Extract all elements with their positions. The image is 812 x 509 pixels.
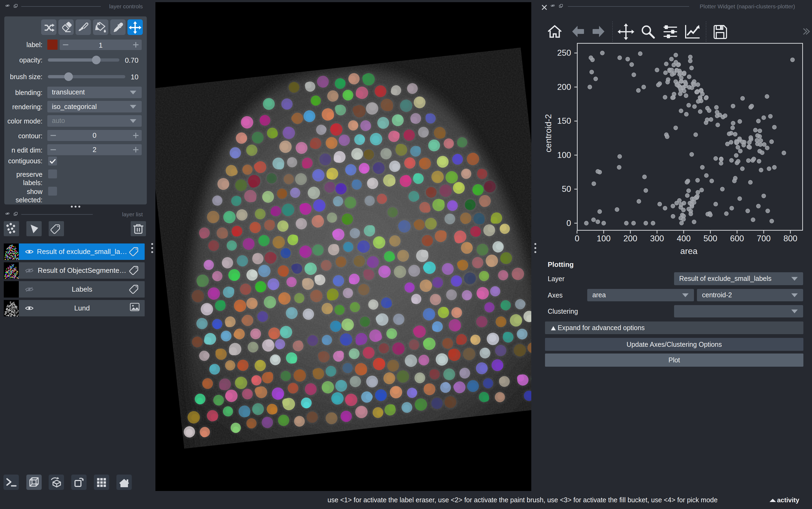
svg-text:100: 100: [557, 150, 571, 160]
svg-text:300: 300: [650, 234, 664, 243]
svg-text:250: 250: [557, 48, 571, 58]
svg-text:400: 400: [677, 234, 691, 243]
svg-text:200: 200: [624, 234, 637, 243]
svg-text:50: 50: [562, 184, 571, 194]
svg-text:600: 600: [730, 234, 744, 243]
svg-text:200: 200: [557, 82, 571, 92]
svg-text:centroid-2: centroid-2: [543, 114, 553, 152]
svg-text:150: 150: [557, 116, 571, 126]
svg-text:0: 0: [566, 218, 571, 228]
svg-text:100: 100: [597, 234, 611, 243]
svg-text:800: 800: [783, 234, 798, 243]
svg-text:area: area: [680, 246, 697, 256]
svg-text:700: 700: [757, 234, 771, 243]
svg-text:500: 500: [703, 234, 717, 243]
svg-text:0: 0: [575, 234, 579, 243]
